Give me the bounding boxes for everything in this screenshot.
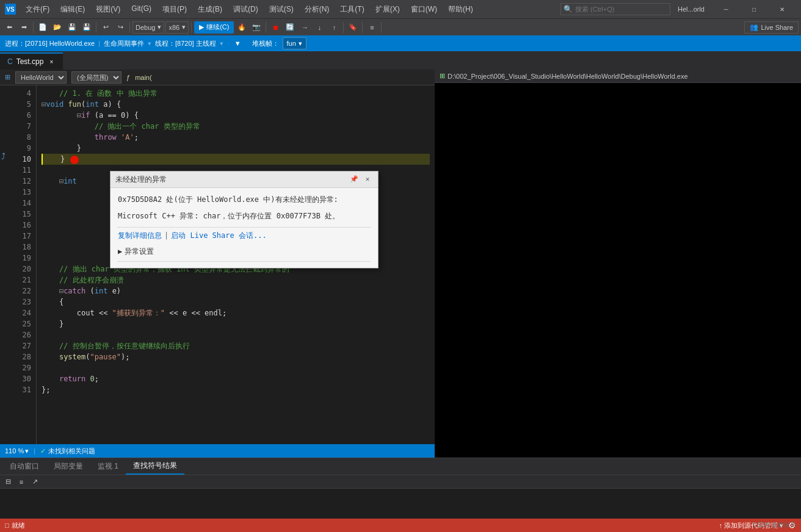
save-button[interactable]: 💾	[65, 21, 79, 34]
window-controls: ─ □ ✕	[712, 0, 796, 18]
exception-close-button[interactable]: ✕	[362, 174, 373, 185]
menu-tools[interactable]: 工具(T)	[335, 2, 369, 16]
code-line-30: return 0;	[42, 373, 430, 384]
continue-button[interactable]: ▶ 继续(C)	[194, 21, 234, 34]
forward-button[interactable]: ➡	[17, 21, 31, 34]
error-status: ✓ 未找到相关问题	[40, 447, 95, 456]
line-numbers: 4 5 6 7 8 9 10 11 12 13 14 15 16 17 18 1…	[11, 85, 37, 444]
open-file-button[interactable]: 📂	[51, 21, 64, 34]
code-line-21: // 此处程序会崩溃	[42, 275, 430, 286]
code-area: ⤴ 4 5 6 7 8 9 10 11 12 13 14 15	[0, 85, 435, 444]
tab-watch[interactable]: 监视 1	[90, 459, 126, 474]
bottom-copy-button[interactable]: ⊟	[2, 476, 13, 487]
code-line-27: // 控制台暂停，按任意键继续向后执行	[42, 340, 430, 351]
menu-window[interactable]: 窗口(W)	[406, 2, 442, 16]
exception-message-1: 0x75D5D8A2 处(位于 HelloWorld.exe 中)有未经处理的异…	[118, 194, 371, 206]
align-left-button[interactable]: ≡	[365, 21, 379, 34]
process-info: 进程：[20716] HelloWorld.exe	[5, 39, 95, 48]
screenshot-button[interactable]: 📷	[250, 21, 263, 34]
code-line-29	[42, 362, 430, 373]
tab-locals[interactable]: 局部变量	[46, 459, 90, 474]
restart-button[interactable]: 🔄	[283, 21, 297, 34]
menu-build[interactable]: 生成(B)	[193, 2, 227, 16]
pin-button[interactable]: 📌	[349, 174, 360, 185]
undo-button[interactable]: ↩	[99, 21, 112, 34]
stack-frame-dropdown[interactable]: fun ▾	[283, 37, 306, 49]
close-tab-button[interactable]: ×	[47, 57, 56, 66]
debug-config-dropdown[interactable]: Debug ▾	[132, 21, 164, 34]
code-line-24: cout << "捕获到异常：" << e << endl;	[42, 307, 430, 318]
step-over-button[interactable]: →	[298, 21, 311, 34]
exception-message-2: Microsoft C++ 异常: char，位于内存位置 0x0077F73B…	[118, 210, 371, 222]
func-label: main(	[135, 74, 152, 81]
bookmark-button[interactable]: 🔖	[346, 21, 360, 34]
ready-status: 就绪	[12, 521, 25, 530]
bottom-export-button[interactable]: ↗	[29, 476, 40, 487]
func-icon: ƒ	[126, 74, 130, 81]
exception-dialog-title: 未经处理的异常 📌 ✕	[111, 171, 378, 188]
menu-analyze[interactable]: 分析(N)	[300, 2, 335, 16]
code-line-23: {	[42, 297, 430, 307]
preview-title-bar: ⊞ D:\002_Project\006_Visual_Studio\Hello…	[435, 70, 801, 83]
range-dropdown[interactable]: (全局范围)	[71, 71, 121, 84]
code-editor[interactable]: // 1. 在 函数 中 抛出异常 ⊟void fun(int a) { ⊟if…	[37, 85, 435, 444]
search-input[interactable]	[575, 5, 661, 13]
menu-edit[interactable]: 编辑(E)	[56, 2, 90, 16]
code-line-10: }	[42, 154, 430, 165]
debug-sep-3: ▾	[220, 40, 223, 48]
platform-dropdown[interactable]: x86 ▾	[165, 21, 189, 34]
bottom-filter-button[interactable]: ≡	[16, 476, 27, 487]
tab-auto-window[interactable]: 自动窗口	[2, 459, 46, 474]
menu-git[interactable]: Git(G)	[126, 2, 156, 16]
editor-header: ⊞ HelloWorld (全局范围) ƒ main(	[0, 70, 435, 85]
menu-project[interactable]: 项目(P)	[158, 2, 192, 16]
title-text: Hel...orld	[675, 5, 707, 13]
footer-left: □ 就绪	[5, 521, 25, 530]
toolbar-separator-2	[96, 22, 96, 33]
toolbar-separator-5	[266, 22, 266, 33]
tab-test-cpp[interactable]: C Test.cpp ×	[0, 52, 63, 70]
link-separator: |	[164, 230, 169, 242]
close-button[interactable]: ✕	[768, 0, 796, 18]
hot-reload-button[interactable]: 🔥	[235, 21, 248, 34]
menu-extensions[interactable]: 扩展(X)	[371, 2, 405, 16]
zoom-level[interactable]: 110 % ▾	[5, 447, 29, 455]
ok-icon: ✓	[40, 447, 46, 455]
menu-bar: 文件(F) 编辑(E) 视图(V) Git(G) 项目(P) 生成(B) 调试(…	[21, 2, 556, 16]
minimize-button[interactable]: ─	[712, 0, 740, 18]
toolbar-separator-6	[343, 22, 344, 33]
platform-label: x86	[169, 24, 179, 31]
save-all-button[interactable]: 💾	[80, 21, 93, 34]
copy-details-link[interactable]: 复制详细信息	[118, 230, 162, 242]
thread-event-label: 生命周期事件	[104, 39, 144, 48]
new-file-button[interactable]: 📄	[36, 21, 49, 34]
code-line-5: ⊟void fun(int a) {	[42, 99, 430, 110]
scope-icon: ⊞	[5, 73, 10, 81]
menu-view[interactable]: 视图(V)	[91, 2, 125, 16]
liveshare-button[interactable]: 👥 Live Share	[744, 21, 799, 34]
search-box[interactable]: 🔍	[560, 3, 670, 15]
back-button[interactable]: ⬅	[2, 21, 16, 34]
zoom-value: 110 %	[5, 447, 24, 455]
menu-help[interactable]: 帮助(H)	[443, 2, 478, 16]
main-toolbar: ⬅ ➡ 📄 📂 💾 💾 ↩ ↪ Debug ▾ x86 ▾ ▶ 继续(C) 🔥 …	[0, 18, 801, 35]
bookmark-marker: ⤴	[1, 151, 5, 161]
menu-debug[interactable]: 调试(D)	[228, 2, 263, 16]
tab-find-symbol[interactable]: 查找符号结果	[126, 458, 184, 475]
menu-file[interactable]: 文件(F)	[21, 2, 54, 16]
maximize-button[interactable]: □	[740, 0, 768, 18]
exception-settings-expand[interactable]: ▶ 异常设置	[118, 246, 371, 257]
exception-title-buttons: 📌 ✕	[349, 174, 373, 185]
filter-icon[interactable]: ▼	[234, 40, 241, 47]
stop-button[interactable]: ⏹	[269, 21, 282, 34]
menu-test[interactable]: 测试(S)	[264, 2, 299, 16]
scope-dropdown[interactable]: HelloWorld	[15, 71, 67, 84]
step-out-button[interactable]: ↑	[327, 21, 341, 34]
redo-button[interactable]: ↪	[114, 21, 127, 34]
step-into-button[interactable]: ↓	[313, 21, 326, 34]
chevron-down-icon-stack: ▾	[299, 40, 302, 48]
debug-sep-1: |	[98, 40, 100, 47]
toolbar-separator-3	[129, 22, 130, 33]
toolbar-separator-4	[191, 22, 192, 33]
liveshare-session-link[interactable]: 启动 Live Share 会话...	[171, 230, 266, 242]
